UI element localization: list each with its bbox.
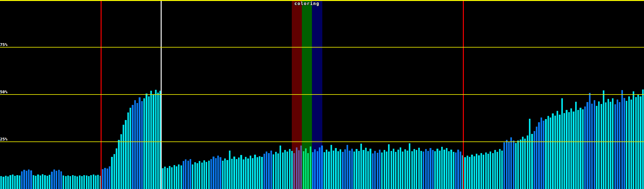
history-bar bbox=[570, 108, 572, 189]
history-bar bbox=[120, 134, 122, 189]
history-bar bbox=[114, 154, 115, 189]
history-bar bbox=[603, 90, 604, 189]
history-bar bbox=[291, 151, 293, 189]
history-bar bbox=[324, 152, 325, 189]
history-bar bbox=[252, 158, 253, 189]
history-bar bbox=[127, 112, 129, 189]
history-bar bbox=[564, 113, 565, 189]
history-bar bbox=[141, 101, 143, 189]
history-bar bbox=[561, 98, 563, 189]
history-bar bbox=[485, 152, 487, 189]
history-bar bbox=[402, 152, 403, 189]
history-bar bbox=[266, 152, 267, 189]
history-bar bbox=[132, 105, 133, 189]
history-bar bbox=[280, 146, 281, 189]
history-bar bbox=[568, 112, 570, 189]
history-bar bbox=[395, 152, 397, 189]
history-bar bbox=[344, 149, 346, 189]
history-bar bbox=[257, 157, 258, 189]
history-bar bbox=[136, 103, 138, 189]
history-bar bbox=[88, 176, 90, 189]
history-bar bbox=[229, 151, 230, 189]
history-bar bbox=[277, 153, 279, 189]
history-bar bbox=[503, 142, 505, 189]
history-bar bbox=[411, 151, 413, 189]
history-bar bbox=[358, 151, 360, 189]
history-bar bbox=[450, 150, 452, 189]
history-bar bbox=[427, 151, 429, 189]
history-bar bbox=[300, 146, 302, 189]
history-bar bbox=[33, 175, 34, 189]
history-bar bbox=[360, 144, 362, 189]
history-bar bbox=[497, 152, 498, 189]
history-bar bbox=[367, 151, 369, 189]
history-bar bbox=[171, 167, 173, 189]
history-bar bbox=[547, 116, 549, 189]
history-bar bbox=[74, 176, 76, 189]
history-bar bbox=[148, 96, 150, 189]
history-bar bbox=[494, 150, 496, 189]
history-bar bbox=[14, 176, 16, 189]
history-bar bbox=[510, 137, 512, 189]
history-bar bbox=[469, 157, 470, 189]
history-bar bbox=[83, 175, 85, 189]
history-bar bbox=[289, 149, 291, 189]
history-bar bbox=[109, 166, 110, 189]
history-bar bbox=[261, 157, 263, 189]
history-bar bbox=[123, 125, 124, 189]
history-bar bbox=[194, 162, 196, 189]
history-bar bbox=[328, 152, 330, 189]
history-bar bbox=[573, 112, 574, 189]
history-bar bbox=[254, 155, 256, 189]
history-bar bbox=[635, 97, 637, 189]
history-bar bbox=[3, 177, 4, 189]
history-bar bbox=[259, 156, 260, 189]
history-bar bbox=[81, 176, 83, 189]
history-bar bbox=[326, 150, 327, 189]
history-bar bbox=[30, 170, 32, 189]
history-bar bbox=[35, 176, 36, 189]
history-bar bbox=[633, 91, 634, 189]
history-bar bbox=[536, 127, 537, 189]
history-bar bbox=[404, 149, 406, 189]
history-bar bbox=[610, 102, 611, 189]
history-bar bbox=[499, 149, 501, 189]
history-bar bbox=[264, 154, 265, 189]
percent-gridline bbox=[0, 94, 644, 95]
history-bar bbox=[365, 148, 367, 189]
history-bar bbox=[143, 98, 145, 189]
percent-tick-label: 50% bbox=[0, 90, 7, 94]
history-bar bbox=[190, 159, 191, 189]
history-bar bbox=[529, 119, 530, 189]
history-bar bbox=[430, 148, 431, 189]
history-bar bbox=[363, 150, 364, 189]
history-bar bbox=[347, 145, 348, 189]
history-bar bbox=[174, 165, 175, 189]
history-bar bbox=[577, 110, 579, 189]
history-bar bbox=[621, 90, 623, 189]
history-bar bbox=[104, 168, 106, 189]
history-bar bbox=[155, 90, 157, 189]
history-bar bbox=[102, 169, 103, 189]
history-bar bbox=[192, 164, 193, 189]
history-bar bbox=[575, 102, 577, 189]
history-bar bbox=[626, 101, 627, 189]
history-bar bbox=[7, 176, 9, 189]
history-bar bbox=[353, 152, 355, 189]
history-bar bbox=[342, 152, 343, 189]
coloring-label: coloring bbox=[290, 1, 324, 6]
history-bar bbox=[534, 131, 535, 189]
history-bar bbox=[423, 152, 424, 189]
history-bar bbox=[630, 100, 632, 189]
history-bar bbox=[476, 154, 477, 189]
history-bar bbox=[67, 175, 69, 189]
history-bar bbox=[557, 111, 558, 189]
history-bar bbox=[460, 152, 461, 189]
history-bar bbox=[217, 156, 219, 189]
usage-history-graph: 75%50%25% coloring bbox=[0, 0, 644, 189]
history-bar bbox=[372, 153, 374, 189]
history-bar bbox=[164, 167, 166, 189]
history-bar bbox=[381, 152, 383, 189]
history-bar bbox=[566, 110, 567, 189]
history-bar bbox=[93, 175, 94, 189]
